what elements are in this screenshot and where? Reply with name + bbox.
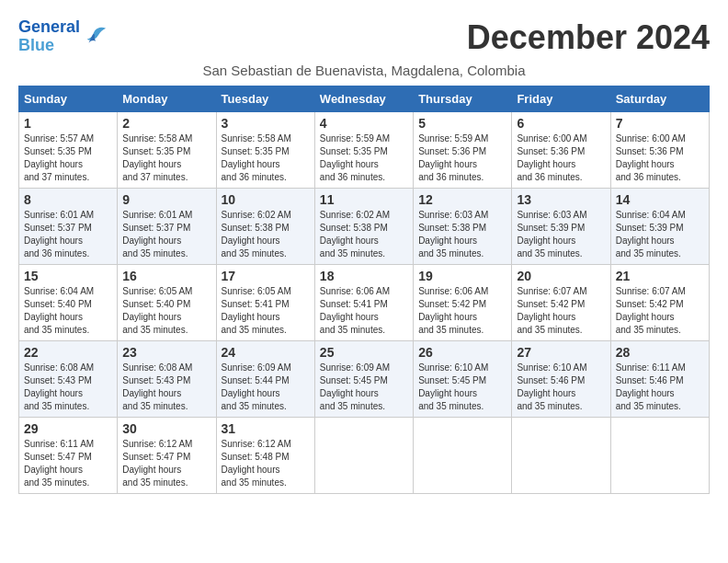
calendar-week-row: 22 Sunrise: 6:08 AM Sunset: 5:43 PM Dayl…: [19, 341, 710, 418]
day-number: 27: [517, 345, 605, 360]
table-cell: 11 Sunrise: 6:02 AM Sunset: 5:38 PM Dayl…: [314, 189, 413, 265]
table-cell: 14 Sunrise: 6:04 AM Sunset: 5:39 PM Dayl…: [610, 189, 709, 265]
day-number: 8: [24, 192, 112, 207]
day-number: 29: [24, 421, 112, 436]
day-number: 30: [122, 421, 210, 436]
calendar-week-row: 1 Sunrise: 5:57 AM Sunset: 5:35 PM Dayli…: [19, 112, 710, 189]
table-cell: 30 Sunrise: 6:12 AM Sunset: 5:47 PM Dayl…: [118, 418, 216, 494]
day-number: 3: [222, 116, 310, 131]
table-cell: 10 Sunrise: 6:02 AM Sunset: 5:38 PM Dayl…: [216, 189, 314, 265]
day-number: 16: [122, 269, 210, 283]
day-number: 17: [222, 269, 310, 283]
day-number: 26: [418, 345, 506, 360]
day-info: Sunrise: 5:59 AM Sunset: 5:36 PM Dayligh…: [418, 132, 506, 184]
month-title: December 2024: [467, 18, 710, 57]
day-number: 5: [418, 116, 506, 131]
day-info: Sunrise: 6:00 AM Sunset: 5:36 PM Dayligh…: [517, 132, 605, 184]
table-cell: 12 Sunrise: 6:03 AM Sunset: 5:38 PM Dayl…: [414, 189, 512, 265]
table-cell: 16 Sunrise: 6:05 AM Sunset: 5:40 PM Dayl…: [118, 265, 216, 341]
day-info: Sunrise: 6:12 AM Sunset: 5:47 PM Dayligh…: [122, 438, 210, 489]
table-cell: 4 Sunrise: 5:59 AM Sunset: 5:35 PM Dayli…: [314, 112, 413, 189]
day-info: Sunrise: 5:59 AM Sunset: 5:35 PM Dayligh…: [320, 132, 408, 184]
day-info: Sunrise: 6:10 AM Sunset: 5:46 PM Dayligh…: [517, 362, 605, 413]
day-number: 13: [517, 192, 605, 207]
table-cell: 24 Sunrise: 6:09 AM Sunset: 5:44 PM Dayl…: [216, 341, 314, 418]
day-number: 6: [517, 116, 605, 131]
table-cell: 8 Sunrise: 6:01 AM Sunset: 5:37 PM Dayli…: [19, 189, 118, 265]
header-thursday: Thursday: [414, 86, 512, 112]
table-cell: [610, 418, 709, 494]
day-info: Sunrise: 6:03 AM Sunset: 5:38 PM Dayligh…: [418, 209, 506, 260]
table-cell: 5 Sunrise: 5:59 AM Sunset: 5:36 PM Dayli…: [414, 112, 512, 189]
day-info: Sunrise: 6:02 AM Sunset: 5:38 PM Dayligh…: [320, 209, 408, 260]
day-info: Sunrise: 6:05 AM Sunset: 5:40 PM Dayligh…: [122, 285, 210, 337]
day-info: Sunrise: 6:12 AM Sunset: 5:48 PM Dayligh…: [222, 438, 310, 489]
day-number: 31: [222, 421, 310, 436]
header-wednesday: Wednesday: [314, 86, 413, 112]
table-cell: 21 Sunrise: 6:07 AM Sunset: 5:42 PM Dayl…: [610, 265, 709, 341]
day-info: Sunrise: 6:06 AM Sunset: 5:41 PM Dayligh…: [320, 285, 408, 337]
day-info: Sunrise: 5:57 AM Sunset: 5:35 PM Dayligh…: [24, 132, 112, 184]
table-cell: 29 Sunrise: 6:11 AM Sunset: 5:47 PM Dayl…: [19, 418, 118, 494]
day-info: Sunrise: 6:06 AM Sunset: 5:42 PM Dayligh…: [418, 285, 506, 337]
header-saturday: Saturday: [610, 86, 709, 112]
day-number: 1: [24, 116, 112, 131]
day-number: 25: [320, 345, 408, 360]
day-info: Sunrise: 6:11 AM Sunset: 5:46 PM Dayligh…: [616, 362, 704, 413]
day-info: Sunrise: 6:07 AM Sunset: 5:42 PM Dayligh…: [616, 285, 704, 337]
day-info: Sunrise: 5:58 AM Sunset: 5:35 PM Dayligh…: [122, 132, 210, 184]
day-info: Sunrise: 6:11 AM Sunset: 5:47 PM Dayligh…: [24, 438, 112, 489]
day-info: Sunrise: 6:09 AM Sunset: 5:45 PM Dayligh…: [320, 362, 408, 413]
day-number: 2: [122, 116, 210, 131]
table-cell: 1 Sunrise: 5:57 AM Sunset: 5:35 PM Dayli…: [19, 112, 118, 189]
day-number: 7: [616, 116, 704, 131]
table-cell: 19 Sunrise: 6:06 AM Sunset: 5:42 PM Dayl…: [414, 265, 512, 341]
header-monday: Monday: [118, 86, 216, 112]
day-info: Sunrise: 6:00 AM Sunset: 5:36 PM Dayligh…: [616, 132, 704, 184]
table-cell: 3 Sunrise: 5:58 AM Sunset: 5:35 PM Dayli…: [216, 112, 314, 189]
day-info: Sunrise: 6:01 AM Sunset: 5:37 PM Dayligh…: [122, 209, 210, 260]
day-number: 23: [122, 345, 210, 360]
logo-text: GeneralBlue: [18, 18, 80, 55]
day-info: Sunrise: 5:58 AM Sunset: 5:35 PM Dayligh…: [222, 132, 310, 184]
calendar-week-row: 29 Sunrise: 6:11 AM Sunset: 5:47 PM Dayl…: [19, 418, 710, 494]
day-info: Sunrise: 6:08 AM Sunset: 5:43 PM Dayligh…: [122, 362, 210, 413]
day-number: 4: [320, 116, 408, 131]
day-info: Sunrise: 6:08 AM Sunset: 5:43 PM Dayligh…: [24, 362, 112, 413]
day-info: Sunrise: 6:05 AM Sunset: 5:41 PM Dayligh…: [222, 285, 310, 337]
location-subtitle: San Sebastian de Buenavista, Magdalena, …: [18, 63, 710, 78]
logo: GeneralBlue: [18, 18, 108, 55]
day-number: 10: [222, 192, 310, 207]
table-cell: [314, 418, 413, 494]
header-friday: Friday: [512, 86, 610, 112]
table-cell: 25 Sunrise: 6:09 AM Sunset: 5:45 PM Dayl…: [314, 341, 413, 418]
table-cell: 26 Sunrise: 6:10 AM Sunset: 5:45 PM Dayl…: [414, 341, 512, 418]
table-cell: 27 Sunrise: 6:10 AM Sunset: 5:46 PM Dayl…: [512, 341, 610, 418]
day-number: 18: [320, 269, 408, 283]
day-info: Sunrise: 6:04 AM Sunset: 5:39 PM Dayligh…: [616, 209, 704, 260]
day-info: Sunrise: 6:09 AM Sunset: 5:44 PM Dayligh…: [222, 362, 310, 413]
day-number: 24: [222, 345, 310, 360]
day-number: 22: [24, 345, 112, 360]
day-number: 14: [616, 192, 704, 207]
day-number: 21: [616, 269, 704, 283]
title-section: December 2024: [467, 18, 710, 57]
calendar-table: Sunday Monday Tuesday Wednesday Thursday…: [18, 86, 710, 494]
table-cell: 6 Sunrise: 6:00 AM Sunset: 5:36 PM Dayli…: [512, 112, 610, 189]
day-info: Sunrise: 6:10 AM Sunset: 5:45 PM Dayligh…: [418, 362, 506, 413]
day-number: 15: [24, 269, 112, 283]
day-number: 19: [418, 269, 506, 283]
table-cell: 28 Sunrise: 6:11 AM Sunset: 5:46 PM Dayl…: [610, 341, 709, 418]
table-cell: 2 Sunrise: 5:58 AM Sunset: 5:35 PM Dayli…: [118, 112, 216, 189]
table-cell: [512, 418, 610, 494]
calendar-week-row: 15 Sunrise: 6:04 AM Sunset: 5:40 PM Dayl…: [19, 265, 710, 341]
header-tuesday: Tuesday: [216, 86, 314, 112]
table-cell: 7 Sunrise: 6:00 AM Sunset: 5:36 PM Dayli…: [610, 112, 709, 189]
table-cell: 20 Sunrise: 6:07 AM Sunset: 5:42 PM Dayl…: [512, 265, 610, 341]
table-cell: 15 Sunrise: 6:04 AM Sunset: 5:40 PM Dayl…: [19, 265, 118, 341]
day-number: 9: [122, 192, 210, 207]
day-info: Sunrise: 6:03 AM Sunset: 5:39 PM Dayligh…: [517, 209, 605, 260]
day-info: Sunrise: 6:02 AM Sunset: 5:38 PM Dayligh…: [222, 209, 310, 260]
day-number: 11: [320, 192, 408, 207]
day-number: 12: [418, 192, 506, 207]
